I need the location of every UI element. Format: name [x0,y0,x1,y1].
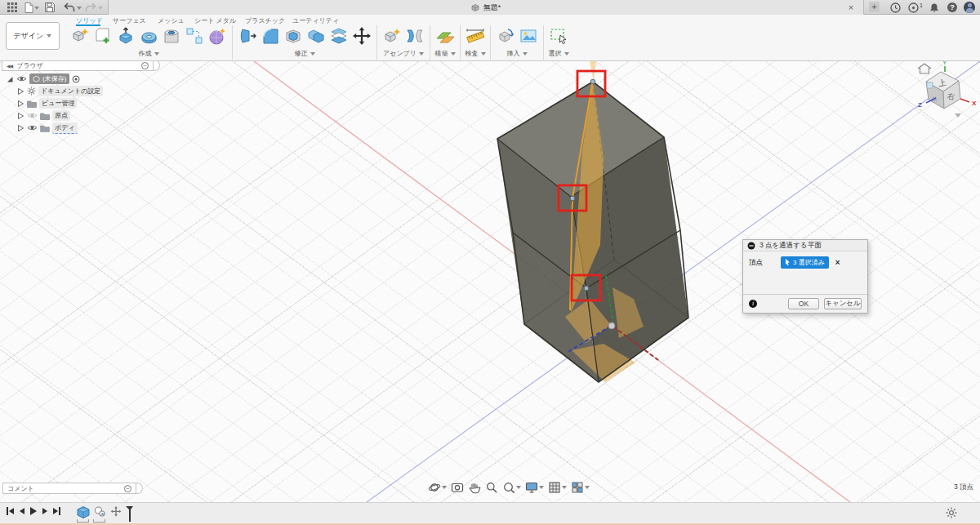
offset-face-icon[interactable] [328,25,350,47]
tab-surface[interactable]: サーフェス [113,16,146,25]
file-menu-caret[interactable] [34,7,39,10]
tab-utility[interactable]: ユーティリティ [292,16,339,25]
browser-row-origin[interactable]: 原点 [17,110,70,121]
select-icon[interactable] [548,25,569,47]
tab-mesh[interactable]: メッシュ [158,16,185,25]
pattern-icon[interactable] [184,25,205,47]
display-settings-caret[interactable] [539,486,544,489]
move-icon[interactable] [351,25,372,47]
create-sketch-icon[interactable] [92,25,114,47]
info-icon[interactable]: i [749,300,757,308]
construction-plane-icon[interactable] [434,25,456,47]
construction-plane-preview[interactable] [571,80,604,313]
plane-feature-icon[interactable] [93,505,107,518]
step-forward-button[interactable] [42,508,47,514]
viewports-caret[interactable] [585,486,590,489]
grid-settings-tool[interactable] [548,481,567,494]
tab-close-icon[interactable]: × [845,1,857,14]
z-axis-line[interactable] [367,61,980,502]
browser-row-document-settings[interactable]: ドキュメントの設定 [17,86,103,96]
timeline-settings-gear-icon[interactable] [946,507,957,522]
file-menu-icon[interactable] [23,2,34,13]
insert-image-icon[interactable] [518,25,539,47]
viewcube-home-icon[interactable] [918,64,931,73]
selected-vertex-3[interactable] [584,286,589,291]
visibility-eye-icon[interactable] [27,124,38,131]
panel-label-select[interactable]: 選択 [549,49,569,58]
fillet-icon[interactable] [260,25,281,47]
notifications-bell-icon[interactable] [929,2,939,13]
help-icon[interactable]: ? [947,2,957,13]
hole-icon[interactable] [161,25,182,47]
save-icon[interactable] [44,2,56,13]
document-tab[interactable]: 無題* × [108,0,864,15]
browser-panel-header[interactable]: ◀◀ ブラウザ − [2,60,154,71]
cancel-button[interactable]: キャンセル [824,298,862,309]
zoom-tool[interactable] [485,481,498,494]
viewports-tool[interactable] [571,481,590,494]
dialog-titlebar[interactable]: 3 点を通過する平面 [743,240,867,251]
redo-caret[interactable] [98,7,103,10]
display-settings-tool[interactable] [525,481,544,494]
joint-icon[interactable] [404,25,425,47]
collapsed-triangle-icon[interactable] [17,100,24,108]
model-box-right-face[interactable] [571,137,688,382]
ok-button[interactable]: OK [788,298,819,309]
create-form-icon[interactable] [207,25,228,47]
panel-label-construct[interactable]: 構築 [435,49,456,58]
panel-label-inspect[interactable]: 検査 [466,49,486,58]
extrude-icon[interactable] [115,25,136,47]
dialog-grip-icon[interactable] [747,242,755,250]
app-grid-icon[interactable] [7,2,18,13]
panel-label-assemble[interactable]: アセンブリ [383,49,424,58]
model-box-top-face[interactable] [497,82,664,197]
combine-icon[interactable] [305,25,327,47]
step-back-button[interactable] [20,508,24,514]
extension-clock-icon[interactable]: 1 [908,2,923,13]
move-feature-icon[interactable] [110,505,122,518]
browser-row-bodies[interactable]: ボディ [17,122,78,133]
shell-icon[interactable] [283,25,304,47]
look-at-tool[interactable] [451,481,464,494]
collapsed-triangle-icon[interactable] [17,124,24,132]
orbit-caret[interactable] [442,486,447,489]
orbit-tool[interactable] [428,481,447,494]
tab-plastic[interactable]: プラスチック [245,16,285,25]
selected-vertex-2[interactable] [570,196,575,201]
pan-tool[interactable] [468,481,481,494]
zoom-window-tool[interactable] [502,481,521,494]
revolve-icon[interactable] [138,25,159,47]
press-pull-icon[interactable] [237,25,258,47]
skip-to-start-button[interactable] [7,507,14,515]
browser-minimize-icon[interactable]: − [141,62,149,69]
workspace-selector[interactable]: デザイン [6,22,60,50]
visibility-eye-icon[interactable] [16,75,27,82]
skip-to-end-button[interactable] [53,507,60,515]
play-button[interactable] [30,507,37,515]
grid-settings-caret[interactable] [562,486,567,489]
selected-vertex-1[interactable] [590,79,595,84]
visibility-eye-off-icon[interactable] [27,112,38,119]
3d-viewport[interactable]: ◀◀ ブラウザ − (未保存) ドキュメントの設定 ビュー管理 [0,61,980,502]
tab-sheetmetal[interactable]: シート メタル [194,16,236,25]
measure-icon[interactable] [465,25,486,47]
viewcube-menu-caret[interactable] [955,113,961,118]
collapsed-triangle-icon[interactable] [17,112,24,120]
expanded-triangle-icon[interactable] [6,75,14,83]
x-axis-segment[interactable] [613,327,658,360]
viewcube-corner-highlight[interactable] [927,82,933,88]
model-box-left-face[interactable] [497,139,599,382]
undo-caret[interactable] [77,7,82,10]
browser-panel-handle[interactable] [154,60,160,71]
y-axis-segment[interactable] [606,276,613,324]
insert-derive-icon[interactable] [495,25,516,47]
collapsed-triangle-icon[interactable] [17,87,24,96]
zoom-window-caret[interactable] [516,486,521,489]
browser-row-named-views[interactable]: ビュー管理 [17,98,77,109]
viewcube[interactable]: Y 上 右 前 Z X [909,56,980,124]
assembly-new-component-icon[interactable] [381,25,403,47]
z-axis-segment[interactable] [567,326,611,353]
new-tab-button[interactable]: + [869,2,880,12]
comments-minimize-icon[interactable]: − [124,485,131,492]
comments-panel-handle[interactable] [136,483,143,494]
